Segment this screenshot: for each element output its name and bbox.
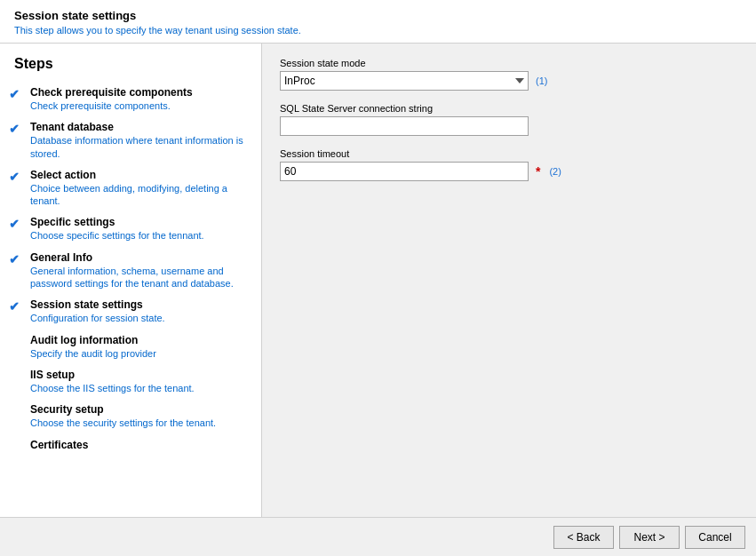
step-content: Tenant databaseDatabase information wher… [30, 121, 251, 160]
dialog-title: Session state settings [14, 9, 742, 22]
step-name: Specific settings [30, 216, 251, 228]
step-content: Check prerequisite componentsCheck prere… [30, 86, 251, 112]
step-item: Certificates [0, 433, 261, 455]
dialog-body: Steps ✔Check prerequisite componentsChec… [0, 44, 756, 517]
dialog-header: Session state settings This step allows … [0, 0, 756, 44]
back-button[interactable]: < Back [553, 526, 614, 549]
step-check-icon: ✔ [9, 170, 27, 184]
cancel-button[interactable]: Cancel [685, 526, 745, 549]
dialog-container: Session state settings This step allows … [0, 0, 756, 556]
step-item: ✔Tenant databaseDatabase information whe… [0, 115, 261, 163]
field-label-sql_state_server: SQL State Server connection string [280, 103, 738, 114]
steps-list: ✔Check prerequisite componentsCheck prer… [0, 81, 261, 517]
step-desc: Check prerequisite components. [30, 99, 251, 112]
step-content: IIS setupChoose the IIS settings for the… [30, 369, 251, 394]
step-check-icon: ✔ [9, 299, 27, 314]
step-content: Select actionChoice between adding, modi… [30, 169, 251, 208]
field-row-session_state_mode: InProcStateServerSQLServerCustomOff(1) [280, 71, 738, 91]
steps-panel: Steps ✔Check prerequisite componentsChec… [0, 44, 262, 517]
field-select-session_state_mode[interactable]: InProcStateServerSQLServerCustomOff [280, 71, 529, 91]
step-name: Certificates [30, 439, 251, 451]
step-content: Audit log informationSpecify the audit l… [30, 334, 251, 360]
field-group-session_state_mode: Session state modeInProcStateServerSQLSe… [280, 58, 738, 91]
step-name: Tenant database [30, 121, 251, 133]
field-input-sql_state_server[interactable] [280, 116, 529, 136]
next-button[interactable]: Next > [619, 526, 680, 549]
step-check-icon: ✔ [9, 122, 27, 136]
field-annotation-session_timeout: (2) [549, 166, 561, 177]
dialog-subtitle: This step allows you to specify the way … [14, 25, 742, 36]
field-label-session_timeout: Session timeout [280, 148, 738, 159]
step-item: ✔Check prerequisite componentsCheck prer… [0, 81, 261, 115]
step-name: General Info [30, 251, 251, 264]
required-star: * [536, 164, 540, 179]
field-row-sql_state_server [280, 116, 738, 136]
step-check-icon: ✔ [9, 217, 27, 231]
field-annotation-session_state_mode: (1) [536, 75, 547, 86]
step-content: General InfoGeneral information, schema,… [30, 251, 251, 290]
step-name: Session state settings [30, 298, 251, 311]
step-desc: Choose the IIS settings for the tenant. [30, 382, 251, 394]
step-item: ✔Specific settingsChoose specific settin… [0, 210, 261, 245]
step-desc: Configuration for session state. [30, 312, 251, 324]
step-desc: Specify the audit log provider [30, 347, 251, 360]
step-content: Specific settingsChoose specific setting… [30, 216, 251, 242]
step-item: IIS setupChoose the IIS settings for the… [0, 363, 261, 398]
field-group-sql_state_server: SQL State Server connection string [280, 103, 738, 136]
step-item: ✔Select actionChoice between adding, mod… [0, 163, 261, 211]
step-check-icon: ✔ [9, 252, 27, 266]
step-content: Session state settingsConfiguration for … [30, 298, 251, 324]
step-item: ✔Session state settingsConfiguration for… [0, 293, 261, 328]
step-name: Audit log information [30, 334, 251, 346]
field-group-session_timeout: Session timeout*(2) [280, 148, 738, 181]
main-panel: Session state modeInProcStateServerSQLSe… [262, 44, 756, 517]
step-name: Select action [30, 169, 251, 181]
dialog-footer: < Back Next > Cancel [0, 517, 756, 556]
step-content: Certificates [30, 439, 251, 451]
step-name: Check prerequisite components [30, 86, 251, 99]
step-item: ✔General InfoGeneral information, schema… [0, 246, 261, 294]
step-check-icon: ✔ [9, 87, 27, 101]
step-desc: General information, schema, username an… [30, 265, 251, 290]
step-desc: Database information where tenant inform… [30, 134, 251, 160]
step-item: Audit log informationSpecify the audit l… [0, 329, 261, 363]
field-row-session_timeout: *(2) [280, 162, 738, 181]
step-desc: Choose specific settings for the tennant… [30, 229, 251, 242]
step-name: Security setup [30, 403, 251, 416]
step-desc: Choose the security settings for the ten… [30, 417, 251, 429]
step-content: Security setupChoose the security settin… [30, 403, 251, 429]
field-input-session_timeout[interactable] [280, 162, 529, 181]
steps-title: Steps [0, 44, 261, 81]
field-label-session_state_mode: Session state mode [280, 58, 738, 68]
step-name: IIS setup [30, 369, 251, 381]
step-desc: Choice between adding, modifying, deleti… [30, 182, 251, 208]
step-item: Security setupChoose the security settin… [0, 398, 261, 433]
